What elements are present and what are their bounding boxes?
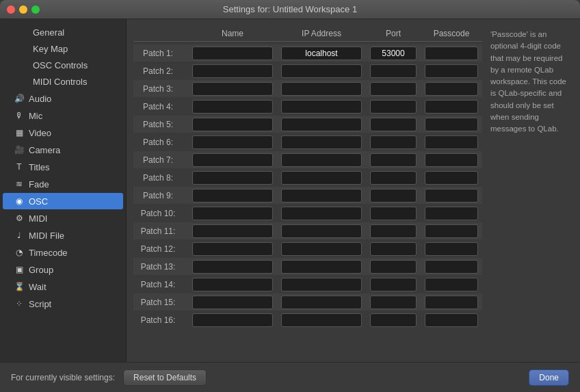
sidebar-item-wait[interactable]: ⌛Wait — [3, 278, 123, 295]
patch-name-input-4[interactable] — [192, 100, 273, 114]
done-button[interactable]: Done — [529, 369, 569, 386]
patch-passcode-input-12[interactable] — [425, 242, 478, 256]
patch-port-input-6[interactable] — [370, 135, 417, 149]
patch-passcode-input-2[interactable] — [425, 64, 478, 78]
patch-name-input-7[interactable] — [192, 153, 273, 167]
table-row: Patch 16: — [133, 311, 482, 329]
patch-port-input-15[interactable] — [370, 296, 417, 309]
patch-port-input-9[interactable] — [370, 189, 417, 202]
sidebar-item-midi-controls[interactable]: MIDI Controls — [3, 74, 123, 90]
patch-ip-input-6[interactable] — [281, 135, 362, 149]
sidebar-label-key-map: Key Map — [33, 44, 68, 54]
patch-ip-input-14[interactable] — [281, 278, 362, 291]
patch-port-input-11[interactable] — [370, 224, 417, 238]
patch-passcode-input-6[interactable] — [425, 135, 478, 149]
patch-name-input-13[interactable] — [192, 260, 273, 274]
patch-passcode-input-1[interactable] — [425, 47, 478, 60]
patch-name-input-5[interactable] — [192, 118, 273, 131]
sidebar-item-midi[interactable]: ⚙MIDI — [3, 210, 123, 226]
patch-passcode-input-9[interactable] — [425, 189, 478, 202]
patch-port-input-16[interactable] — [370, 313, 417, 327]
table-row: Patch 5: — [133, 116, 482, 133]
sidebar-item-group[interactable]: ▣Group — [3, 261, 123, 278]
sidebar-item-video[interactable]: ▦Video — [3, 125, 123, 141]
close-button[interactable] — [7, 5, 15, 14]
maximize-button[interactable] — [31, 5, 40, 14]
patch-port-input-13[interactable] — [370, 260, 417, 274]
table-row: Patch 1: — [133, 44, 482, 62]
patch-port-input-3[interactable] — [370, 82, 417, 96]
patch-port-input-8[interactable] — [370, 171, 417, 185]
patch-passcode-input-15[interactable] — [425, 296, 478, 309]
patch-port-input-5[interactable] — [370, 118, 417, 131]
patch-name-input-12[interactable] — [192, 242, 273, 256]
patch-passcode-input-5[interactable] — [425, 118, 478, 131]
patch-name-input-16[interactable] — [192, 313, 273, 327]
table-row: Patch 2: — [133, 62, 482, 80]
patch-ip-input-5[interactable] — [281, 118, 362, 131]
minimize-button[interactable] — [19, 5, 27, 14]
patch-port-input-7[interactable] — [370, 153, 417, 167]
patch-name-input-9[interactable] — [192, 189, 273, 202]
patch-passcode-input-14[interactable] — [425, 278, 478, 291]
patch-ip-input-7[interactable] — [281, 153, 362, 167]
patch-name-input-10[interactable] — [192, 207, 273, 220]
patch-passcode-input-11[interactable] — [425, 224, 478, 238]
patch-port-input-14[interactable] — [370, 278, 417, 291]
patch-ip-input-15[interactable] — [281, 296, 362, 309]
sidebar-item-audio[interactable]: 🔊Audio — [3, 90, 123, 107]
patch-ip-input-9[interactable] — [281, 189, 362, 202]
patch-name-input-6[interactable] — [192, 135, 273, 149]
table-row: Patch 11: — [133, 222, 482, 240]
sidebar-item-midi-file[interactable]: ♩MIDI File — [3, 227, 123, 244]
patch-ip-input-3[interactable] — [281, 82, 362, 96]
patch-label-12: Patch 12: — [141, 244, 176, 254]
patch-passcode-input-8[interactable] — [425, 171, 478, 185]
sidebar-item-titles[interactable]: TTitles — [3, 159, 123, 175]
patch-ip-input-13[interactable] — [281, 260, 362, 274]
patch-label-16: Patch 16: — [141, 315, 176, 325]
sidebar-item-script[interactable]: ⁘Script — [3, 296, 123, 312]
patch-ip-input-1[interactable] — [281, 47, 362, 60]
patch-name-input-3[interactable] — [192, 82, 273, 96]
patch-ip-input-16[interactable] — [281, 313, 362, 327]
patch-ip-input-11[interactable] — [281, 224, 362, 238]
patch-name-input-1[interactable] — [192, 47, 273, 60]
sidebar-item-camera[interactable]: 🎥Camera — [3, 142, 123, 158]
patch-passcode-input-16[interactable] — [425, 313, 478, 327]
patch-name-input-8[interactable] — [192, 171, 273, 185]
sidebar-item-timecode[interactable]: ◔Timecode — [3, 244, 123, 261]
patch-passcode-input-4[interactable] — [425, 100, 478, 114]
patch-passcode-input-3[interactable] — [425, 82, 478, 96]
sidebar-item-osc-controls[interactable]: OSC Controls — [3, 57, 123, 73]
patch-port-input-2[interactable] — [370, 64, 417, 78]
patch-name-input-11[interactable] — [192, 224, 273, 238]
patch-passcode-input-10[interactable] — [425, 207, 478, 220]
patch-name-input-2[interactable] — [192, 64, 273, 78]
sidebar-item-key-map[interactable]: Key Map — [3, 41, 123, 57]
patch-ip-input-10[interactable] — [281, 207, 362, 220]
patch-port-input-12[interactable] — [370, 242, 417, 256]
patch-port-input-10[interactable] — [370, 207, 417, 220]
title-bar: Settings for: Untitled Workspace 1 — [0, 0, 580, 19]
patch-ip-input-2[interactable] — [281, 64, 362, 78]
timecode-icon: ◔ — [14, 247, 25, 258]
patch-name-input-14[interactable] — [192, 278, 273, 291]
patch-ip-input-8[interactable] — [281, 171, 362, 185]
sidebar-item-general[interactable]: General — [3, 25, 123, 40]
patch-passcode-input-13[interactable] — [425, 260, 478, 274]
patch-ip-input-4[interactable] — [281, 100, 362, 114]
patch-ip-input-12[interactable] — [281, 242, 362, 256]
patch-name-input-15[interactable] — [192, 296, 273, 309]
sidebar-item-osc[interactable]: ◉OSC — [3, 193, 123, 209]
reset-defaults-button[interactable]: Reset to Defaults — [123, 369, 207, 386]
sidebar-item-fade[interactable]: ≋Fade — [3, 176, 123, 192]
table-area: Name IP Address Port Passcode Patch 1:Pa… — [133, 26, 482, 355]
patch-passcode-input-7[interactable] — [425, 153, 478, 167]
patch-port-input-1[interactable] — [370, 47, 417, 60]
sidebar-item-mic[interactable]: 🎙Mic — [3, 107, 123, 124]
sidebar-label-timecode: Timecode — [29, 248, 68, 258]
table-row: Patch 6: — [133, 133, 482, 151]
window-controls[interactable] — [7, 5, 40, 14]
patch-port-input-4[interactable] — [370, 100, 417, 114]
